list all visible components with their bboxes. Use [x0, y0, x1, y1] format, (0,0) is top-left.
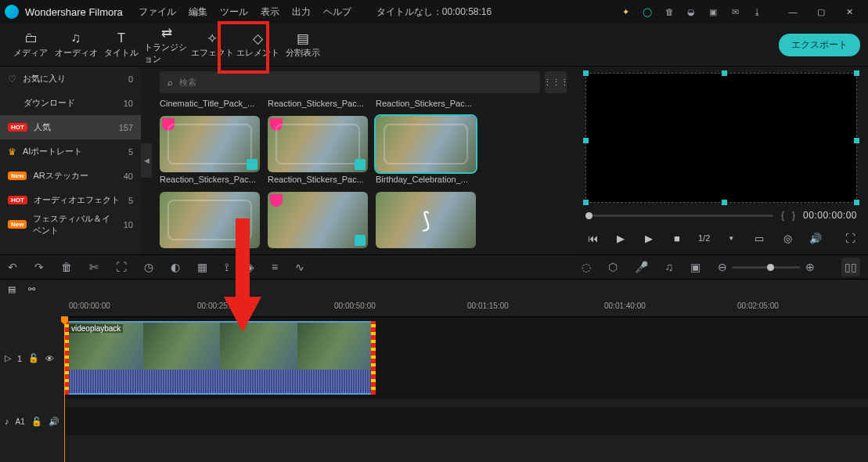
chevron-down-icon[interactable]: ▾ [724, 234, 738, 242]
search-input[interactable] [179, 78, 532, 87]
delete-button[interactable]: 🗑 [61, 261, 72, 273]
zoom-fraction[interactable]: 1/2 [698, 233, 710, 243]
sidebar-item-label: 人気 [34, 121, 51, 133]
fit-button[interactable]: ▯▯ [841, 258, 860, 276]
sidebar-item-label: AIポートレート [23, 146, 82, 157]
ruler-label: 00:00:25:00 [197, 301, 239, 310]
lock-icon[interactable]: 🔓 [31, 417, 42, 427]
snapshot2-button[interactable]: ▣ [690, 261, 701, 273]
speaker-icon[interactable]: 🔊 [49, 417, 59, 427]
save-icon[interactable]: ▣ [702, 1, 724, 23]
adjust-button[interactable]: ≡ [272, 261, 278, 273]
audio-button[interactable]: ∿ [295, 261, 304, 273]
trash-icon[interactable]: 🗑 [658, 1, 680, 23]
stop-button[interactable]: ■ [670, 233, 684, 244]
sidebar-item-popular[interactable]: HOT人気157 [0, 115, 141, 139]
undo-button[interactable]: ↶ [8, 261, 17, 273]
headphones-icon[interactable]: ◯ [636, 1, 658, 23]
effect-item[interactable]: Reaction_Stickers_Pac... [268, 116, 368, 184]
download-icon [247, 159, 258, 170]
view-grid-button[interactable]: ⋮⋮⋮ [545, 71, 567, 93]
color-button[interactable]: ◐ [171, 261, 180, 273]
audio-track[interactable]: ♪A1🔓🔊 [0, 407, 868, 435]
effect-item[interactable]: Reaction_Stickers_Pac... [160, 116, 260, 184]
play-back-button[interactable]: ▶ [614, 233, 628, 244]
prev-frame-button[interactable]: ⏮ [585, 233, 600, 244]
timeline-view-icon[interactable]: ▤ [8, 284, 16, 294]
menu-view[interactable]: 表示 [261, 5, 279, 19]
download-icon[interactable]: ⭳ [746, 1, 768, 23]
menu-bar: ファイル 編集 ツール 表示 出力 ヘルプ [139, 5, 351, 19]
tab-media[interactable]: 🗀メディア [8, 23, 53, 67]
sidebar-item-favorites[interactable]: ♡お気に入り0 [0, 67, 141, 91]
menu-file[interactable]: ファイル [139, 5, 176, 19]
sidebar-item-downloads[interactable]: ダウンロード10 [0, 91, 141, 115]
tab-effect[interactable]: ✧エフェクト [189, 23, 235, 67]
menu-output[interactable]: 出力 [292, 5, 311, 19]
menu-help[interactable]: ヘルプ [323, 5, 351, 19]
mixer-button[interactable]: ♫ [665, 261, 674, 273]
link-icon[interactable]: ⚯ [28, 284, 35, 294]
new-badge-icon: New [8, 171, 27, 180]
sidebar-item-audiofx[interactable]: HOTオーディオエフェクト5 [0, 188, 141, 212]
speed-button[interactable]: ◷ [144, 261, 153, 273]
zoom-out-icon[interactable]: ⊖ [718, 261, 727, 273]
preview-scrubber[interactable] [585, 215, 773, 217]
item-label: Reaction_Stickers_Pac... [376, 99, 476, 108]
cut-button[interactable]: ✄ [89, 261, 99, 273]
redo-button[interactable]: ↷ [34, 261, 44, 273]
time-ruler[interactable]: 00:00:00:00 00:00:25:00 00:00:50:00 00:0… [64, 298, 868, 317]
mark-out-icon[interactable]: } [792, 210, 795, 221]
user-icon[interactable]: ◒ [680, 1, 702, 23]
zoom-control[interactable]: ⊖⊕ [718, 261, 815, 273]
hot-badge-icon: HOT [8, 196, 27, 204]
crop-button[interactable]: ⛶ [116, 261, 127, 273]
close-button[interactable]: ✕ [835, 1, 863, 23]
search-box[interactable]: ⌕ [160, 71, 540, 93]
effect-item[interactable] [160, 192, 260, 248]
keyframe-button[interactable]: ◈ [246, 261, 254, 273]
tab-split[interactable]: ▤分割表示 [280, 23, 326, 67]
maximize-button[interactable]: ▢ [807, 1, 835, 23]
mark-in-icon[interactable]: { [781, 210, 784, 221]
mail-icon[interactable]: ✉ [724, 1, 746, 23]
item-label: Birthday_Celebration_... [376, 175, 476, 184]
preview-canvas[interactable] [585, 73, 857, 203]
greenscreen-button[interactable]: ▦ [197, 261, 207, 273]
aspect-icon[interactable]: ▭ [752, 233, 766, 244]
zoom-in-icon[interactable]: ⊕ [805, 261, 815, 273]
collapse-sidebar-button[interactable]: ◀ [141, 143, 152, 178]
timeline[interactable]: 00:00:00:00 00:00:25:00 00:00:50:00 00:0… [0, 298, 868, 462]
track-icon: ♪ [5, 417, 9, 426]
sidebar-item-aiportrait[interactable]: ♛AIポートレート5 [0, 139, 141, 164]
effect-item[interactable]: ⟆ [376, 192, 476, 248]
lock-icon[interactable]: 🔓 [28, 353, 39, 363]
video-track[interactable]: ▷1🔓👁 videoplayback [0, 317, 868, 399]
menu-tool[interactable]: ツール [220, 5, 248, 19]
effect-item[interactable]: Birthday_Celebration_... [376, 116, 476, 184]
tab-transition[interactable]: ⇄トランジション [144, 23, 189, 67]
ruler-label: 00:02:05:00 [737, 301, 779, 310]
fullscreen-button[interactable]: ⛶ [843, 233, 857, 244]
video-clip[interactable]: videoplayback [64, 321, 376, 395]
export-button[interactable]: エクスポート [779, 34, 860, 56]
effect-item[interactable] [268, 192, 368, 248]
tab-element[interactable]: ◇エレメント [235, 23, 280, 67]
record-button[interactable]: 🎤 [635, 261, 648, 273]
menu-edit[interactable]: 編集 [189, 5, 207, 19]
eye-icon[interactable]: 👁 [45, 354, 54, 363]
marker-button[interactable]: ⬡ [608, 261, 618, 273]
volume-button[interactable]: 🔊 [809, 233, 823, 244]
snapshot-button[interactable]: ◎ [780, 233, 794, 244]
sidebar-item-arsticker[interactable]: NewARステッカー40 [0, 164, 141, 188]
tab-title[interactable]: Tタイトル [99, 23, 144, 67]
play-button[interactable]: ▶ [642, 233, 656, 244]
sidebar-item-festival[interactable]: Newフェスティバル＆イベント10 [0, 212, 141, 236]
tab-audio[interactable]: ♫オーディオ [53, 23, 99, 67]
render-button[interactable]: ◌ [582, 261, 591, 273]
playhead[interactable] [64, 317, 65, 462]
tips-icon[interactable]: ✦ [614, 1, 636, 23]
sidebar-item-label: フェスティバル＆イベント [33, 213, 117, 236]
motion-button[interactable]: ⟟ [225, 261, 229, 274]
minimize-button[interactable]: — [779, 1, 807, 23]
